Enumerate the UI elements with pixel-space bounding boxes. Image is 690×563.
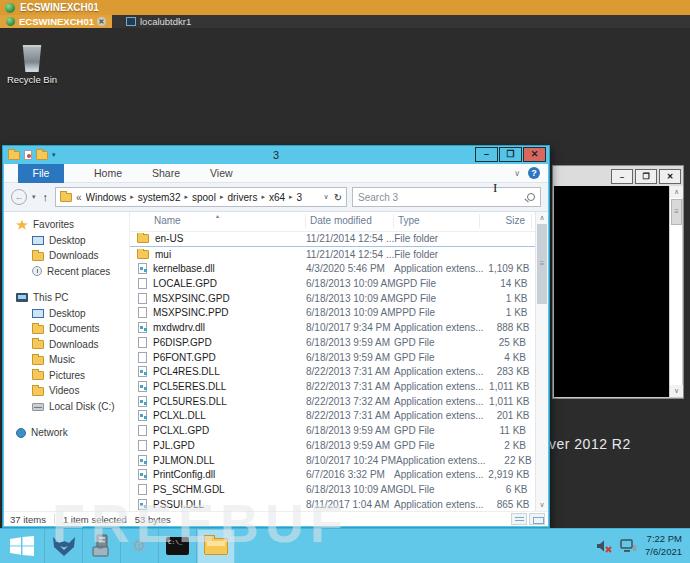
tab-ecswinexch01[interactable]: ECSWINEXCH01 ✕ [0,15,112,28]
file-row[interactable]: MSXPSINC.PPD 6/18/2013 10:09 AM PPD File… [130,306,535,321]
breadcrumb-label: drivers [227,192,257,203]
search-box[interactable] [352,187,541,207]
taskbar-clock[interactable]: 7:22 PM 7/6/2021 [645,533,682,559]
maximize-button[interactable]: ❐ [635,169,657,184]
nav-item[interactable]: This PC [4,290,129,306]
taskbar-services[interactable]: ⚙ [121,529,159,563]
file-row[interactable]: kernelbase.dll 4/3/2020 5:46 PM Applicat… [130,261,535,276]
file-type: Application extens... [394,469,484,480]
status-item-count: 37 items [10,514,46,525]
tab-file[interactable]: File [18,164,64,183]
file-row[interactable]: mxdwdrv.dll 8/10/2017 9:34 PM Applicatio… [130,320,535,335]
breadcrumb-segment[interactable]: Windows ▸ [86,192,134,203]
collapse-ribbon-icon[interactable]: ∨ [514,169,520,178]
scroll-up-icon[interactable]: ∧ [670,186,683,198]
console-content[interactable]: ∧ ≡ ∨ [554,186,682,397]
breadcrumb-root-icon[interactable]: « [76,192,82,203]
windows-logo-icon [10,536,34,556]
taskbar-file-explorer[interactable] [197,529,235,563]
file-type: GPD File [394,425,480,436]
nav-item[interactable]: Favorites [4,217,129,233]
file-type-icon [137,250,149,259]
network-icon[interactable] [620,539,637,553]
file-row[interactable]: PCL5ERES.DLL 8/22/2013 7:31 AM Applicati… [130,379,535,394]
nav-item[interactable]: Downloads [4,337,129,353]
file-row[interactable]: P6DISP.GPD 6/18/2013 9:59 AM GPD File 25… [130,335,535,350]
file-row[interactable]: PCLXL.DLL 8/22/2013 7:31 AM Application … [130,409,535,424]
file-row[interactable]: P6FONT.GPD 6/18/2013 9:59 AM GPD File 4 … [130,350,535,365]
file-row[interactable]: MSXPSINC.GPD 6/18/2013 10:09 AM GPD File… [130,291,535,306]
close-button[interactable]: ✕ [523,147,546,162]
scrollbar-thumb[interactable]: ≡ [671,199,682,225]
taskbar-fox-app[interactable] [45,529,83,563]
scroll-up-icon[interactable]: ∧ [536,212,548,224]
file-row[interactable]: PSSUI.DLL 8/11/2017 1:04 AM Application … [130,497,535,511]
refresh-icon[interactable]: ↻ [334,192,342,203]
nav-item[interactable]: Network [4,425,129,441]
help-icon[interactable]: ? [528,167,540,179]
nav-item[interactable]: Recent places [4,264,129,280]
file-row[interactable]: mui 11/21/2014 12:54 ... File folder [130,247,535,262]
large-icons-view-button[interactable] [529,513,545,525]
nav-item-icon [32,403,44,411]
file-row[interactable]: LOCALE.GPD 6/18/2013 10:09 AM GPD File 1… [130,276,535,291]
breadcrumb-segment[interactable]: drivers ▸ [227,192,265,203]
tab-share[interactable]: Share [152,167,180,179]
file-list-scrollbar[interactable]: ∧ ≡ ∨ [535,212,548,511]
maximize-button[interactable]: ❐ [499,147,522,162]
minimize-button[interactable]: – [475,147,498,162]
tab-home[interactable]: Home [94,167,122,179]
nav-item[interactable]: Pictures [4,368,129,384]
taskbar-command-prompt[interactable]: C:\_ [159,529,197,563]
breadcrumb-segment[interactable]: 3 ▸ [297,192,303,203]
file-name: mxdwdrv.dll [153,322,205,333]
details-view-button[interactable] [511,513,527,525]
nav-item-icon [32,371,44,380]
nav-item[interactable]: Videos [4,383,129,399]
file-row[interactable]: PJLMON.DLL 8/10/2017 10:24 PM Applicatio… [130,453,535,468]
address-dropdown-icon[interactable]: ∨ [324,193,329,201]
console-scrollbar[interactable]: ∧ ≡ ∨ [669,186,682,397]
tab-close-icon[interactable]: ✕ [97,17,106,26]
close-button[interactable]: ✕ [659,169,681,184]
file-size: 11 KB [480,425,532,436]
breadcrumb-segment[interactable]: system32 ▸ [138,192,188,203]
start-button[interactable] [0,529,45,563]
file-row[interactable]: PCL5URES.DLL 8/22/2013 7:32 AM Applicati… [130,394,535,409]
file-row[interactable]: PCLXL.GPD 6/18/2013 9:59 AM GPD File 11 … [130,423,535,438]
explorer-titlebar[interactable]: ▾ 3 – ❐ ✕ [3,146,549,164]
nav-item[interactable]: Desktop [4,233,129,249]
file-row[interactable]: PCL4RES.DLL 8/22/2013 7:31 AM Applicatio… [130,364,535,379]
file-row[interactable]: PJL.GPD 6/18/2013 9:59 AM GPD File 2 KB [130,438,535,453]
breadcrumb-segment[interactable]: spool ▸ [192,192,223,203]
recycle-bin[interactable]: Recycle Bin [6,45,58,85]
tab-view[interactable]: View [210,167,233,179]
nav-item[interactable]: Local Disk (C:) [4,399,129,415]
breadcrumb-segment[interactable]: x64 ▸ [269,192,293,203]
column-header-type[interactable]: Type [394,214,480,228]
search-input[interactable] [358,192,527,203]
nav-item[interactable]: Desktop [4,306,129,322]
tab-localubtdkr1[interactable]: localubtdkr1 [120,15,197,28]
scroll-down-icon[interactable]: ∨ [670,385,683,397]
file-row[interactable]: PS_SCHM.GDL 6/18/2013 10:09 AM GDL File … [130,482,535,497]
scroll-down-icon[interactable]: ∨ [536,499,548,511]
search-icon[interactable] [527,193,535,201]
nav-item[interactable]: Music [4,352,129,368]
back-button[interactable]: ← [11,189,27,205]
nav-item[interactable]: Documents [4,321,129,337]
nav-item[interactable]: Downloads [4,248,129,264]
scrollbar-thumb[interactable]: ≡ [537,224,547,304]
address-bar[interactable]: « Windows ▸ system32 ▸ spool ▸ [55,187,347,207]
taskbar-server-manager[interactable] [83,529,121,563]
column-header-size[interactable]: Size [480,214,532,228]
file-row[interactable]: en-US 11/21/2014 12:54 ... File folder [130,232,535,247]
history-dropdown-icon[interactable]: ▾ [32,193,36,201]
console-window[interactable]: – ❐ ✕ ∧ ≡ ∨ [552,165,684,399]
column-header-date[interactable]: Date modified [306,214,394,228]
up-button[interactable]: ↑ [43,191,49,203]
volume-muted-icon[interactable] [596,539,612,553]
minimize-button[interactable]: – [611,169,633,184]
column-headers: ▴ Name Date modified Type Size [130,212,535,232]
file-row[interactable]: PrintConfig.dll 6/7/2016 3:32 PM Applica… [130,467,535,482]
